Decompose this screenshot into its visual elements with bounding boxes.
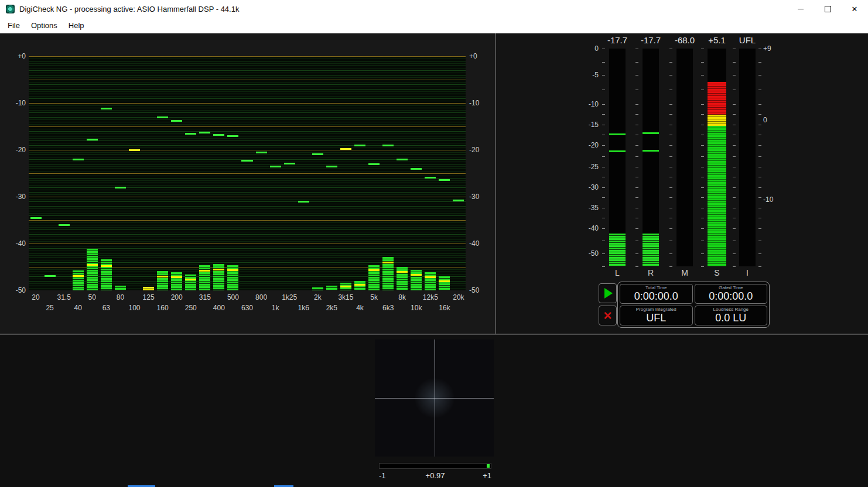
meter-tick [758,135,761,135]
reset-button[interactable]: ✕ [599,306,617,325]
meter-scale-right-label: +9 [763,44,787,53]
meter-readout-S: +5.1 [699,35,734,45]
spectrum-bar [213,264,224,290]
frequency-label: 315 [192,293,218,301]
menu-options[interactable]: Options [26,19,63,33]
spectrum-bar [73,270,84,290]
meter-tick [701,266,704,267]
frequency-label: 160 [150,304,176,312]
meter-channel-label-M: M [676,268,693,277]
meter-tick [733,114,736,115]
minimize-button[interactable] [787,0,814,18]
spectrum-peak-marker [115,187,126,188]
meter-tick [701,218,704,218]
close-button[interactable]: ✕ [841,0,868,18]
spectrum-peak-marker [227,135,238,137]
spectrum-peak-marker [171,120,182,122]
spectrum-band-5k [368,56,380,290]
meter-readout-R: -17.7 [633,35,668,45]
frequency-label: 31.5 [51,293,77,301]
meter-scale-left-label: -30 [565,183,599,192]
frequency-label: 8k [389,293,415,301]
spectrum-avg-marker [439,280,450,282]
play-button[interactable] [599,283,617,303]
spectrum-peak-marker [312,153,323,155]
spectrum-peak-marker [425,177,436,179]
spectrum-band-31.5 [58,56,70,290]
spectrum-avg-marker [368,269,380,271]
spectrum-avg-marker [101,265,112,267]
meter-tick [701,241,704,241]
meter-tick [669,62,672,63]
spectrum-band-2k5 [326,56,338,290]
meter-channel-label-L: L [609,268,626,277]
meter-tick [602,266,605,267]
frequency-label: 50 [79,293,105,301]
meter-scale-right-label: 0 [763,116,787,125]
spectrum-bar [101,259,112,290]
menu-file[interactable]: File [2,19,26,33]
meter-peak-line [609,133,626,135]
spectrum-avg-marker [411,274,422,276]
spectrum-bar [312,287,323,290]
meter-scale-left-label: -40 [565,224,599,233]
spectrum-band-16k [438,56,450,290]
frequency-label: 250 [178,304,204,312]
spectrum-bar [397,267,408,290]
maximize-button[interactable] [814,0,841,18]
spectrum-peak-marker [368,163,380,165]
spectrum-peak-marker [326,166,337,167]
spectrum-bar [157,271,168,290]
meter-tick [758,228,761,229]
meter-tick [635,62,638,63]
spectrum-band-1k6 [298,56,310,290]
spectrum-band-315 [199,56,211,290]
meter-tick [758,62,761,63]
meter-tick [602,208,605,208]
meter-tick [635,104,638,105]
frequency-axis: 202531.540506380100125160200250315400500… [29,293,466,315]
meter-peak-line [643,150,659,152]
meter-I [739,49,756,266]
meter-channel-label-I: I [739,268,756,277]
spectrum-peak-marker [157,116,168,118]
spectrum-peak-marker [45,275,56,277]
spectrum-band-1k [269,56,282,290]
program-integrated-value: UFL [646,312,666,324]
meter-tick [635,145,638,146]
spectrum-peak-marker [382,145,394,146]
spectrum-avg-marker [87,264,98,266]
spectrum-bar [425,272,436,290]
spectrum-peak-marker [340,148,351,150]
spectrum-peak-marker [185,133,196,135]
meter-tick [733,135,736,135]
window-title: DigiCheck NG - processing active: ASIO H… [19,5,239,13]
meter-tick [733,90,736,90]
spectrum-band-630 [241,56,253,290]
spectrum-band-400 [213,56,225,290]
spectrum-avg-marker [425,276,436,278]
vectorscope-horizontal-line [375,398,494,399]
meter-tick [602,145,605,146]
spectrum-band-125 [142,56,155,290]
spectrum-avg-marker [185,279,196,280]
frequency-label: 20k [446,293,471,301]
meter-peak-line [643,132,659,134]
meter-tick [669,228,672,229]
meter-tick [635,187,638,188]
meter-segment [708,115,726,126]
gated-time-label: Gated Time [719,285,743,291]
spectrum-peak-marker [439,179,450,181]
meter-tick [701,49,704,49]
spectrum-bar [199,265,210,290]
spectrum-band-800 [255,56,268,290]
meter-tick [635,218,638,218]
meter-tick [758,197,761,198]
menu-help[interactable]: Help [63,19,90,33]
loudness-range-label: Loudness Range [713,307,749,313]
meter-tick [758,177,761,177]
frequency-label: 800 [248,293,274,301]
meter-tick [701,177,704,177]
meter-S [708,49,726,266]
meter-channel-label-R: R [642,268,659,277]
